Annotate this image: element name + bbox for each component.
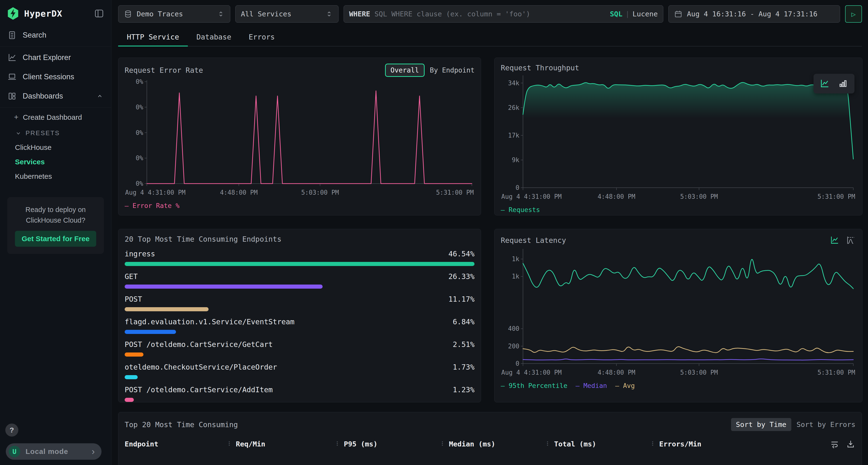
endpoint-bar-item[interactable]: ingress46.54%: [125, 250, 474, 266]
y-tick-label: 34k: [508, 79, 519, 87]
sidebar-item-label: Dashboards: [23, 92, 63, 100]
sidebar-item-chart-explorer[interactable]: Chart Explorer: [0, 48, 111, 67]
presets-toggle[interactable]: PRESETS: [0, 126, 111, 140]
time-range-picker[interactable]: Aug 4 16:31:16 - Aug 4 17:31:16: [669, 5, 840, 23]
by-endpoint-toggle-button[interactable]: By Endpoint: [430, 66, 474, 74]
sidebar-item-kubernetes[interactable]: Kubernetes: [0, 169, 111, 184]
endpoint-bar-item[interactable]: POST /oteldemo.CartService/AddItem1.23%: [125, 386, 474, 402]
endpoint-bar: [125, 307, 474, 311]
lucene-mode-toggle[interactable]: Lucene: [632, 10, 658, 18]
get-started-button[interactable]: Get Started for Free: [15, 231, 96, 247]
sidebar-divider: [0, 107, 111, 107]
help-button[interactable]: ?: [5, 424, 18, 437]
chevron-updown-icon: [325, 10, 333, 18]
table-cell: 639.4: [228, 464, 336, 465]
mode-separator: |: [625, 10, 629, 18]
line-chart-toggle-icon[interactable]: [830, 235, 840, 245]
column-grip-icon: ⠇: [546, 440, 551, 447]
sidebar-item-client-sessions[interactable]: Client Sessions: [0, 67, 111, 87]
where-search-box[interactable]: WHERE SQL | Lucene: [344, 5, 663, 23]
panel-title: Top 20 Most Time Consuming: [125, 421, 238, 429]
overall-toggle-button[interactable]: Overall: [385, 64, 425, 77]
x-tick-label: 5:03:00 PM: [301, 189, 339, 196]
text-wrap-icon[interactable]: [830, 439, 840, 449]
tab-errors[interactable]: Errors: [240, 29, 283, 46]
promo-line1: Ready to deploy on: [13, 204, 98, 215]
sidebar-item-clickhouse[interactable]: ClickHouse: [0, 140, 111, 155]
x-tick-label: 5:03:00 PM: [680, 193, 718, 200]
x-tick-label: 4:48:00 PM: [597, 369, 635, 376]
laptop-icon: [7, 72, 17, 82]
endpoint-percentage: 1.23%: [453, 386, 474, 394]
y-tick-label: 0%: [136, 104, 144, 111]
source-select[interactable]: Demo Traces: [118, 5, 230, 23]
column-header-Total (ms)[interactable]: ⠇Total (ms): [546, 440, 651, 448]
latency-chart[interactable]: 1k1k4002000Aug 4 4:31:00 PM4:48:00 PM5:0…: [501, 247, 856, 380]
series-Median: [523, 359, 853, 360]
histogram-toggle-icon[interactable]: [845, 235, 856, 245]
topbar: Demo Traces All Services WHERE SQL | Luc…: [118, 5, 862, 23]
endpoint-percentage: 26.33%: [448, 272, 474, 281]
y-tick-label: 0%: [136, 129, 144, 136]
app-root: HyperDX Search Chart Explorer Client Ses…: [0, 0, 868, 465]
sort-by-time-button[interactable]: Sort by Time: [731, 418, 791, 431]
endpoint-percentage: 2.51%: [453, 340, 474, 348]
throughput-chart[interactable]: 34k26k17k9k0Aug 4 4:31:00 PM4:48:00 PM5:…: [501, 73, 856, 204]
service-select-value: All Services: [241, 10, 325, 18]
endpoint-percentage: 11.17%: [448, 295, 474, 303]
clickhouse-cloud-promo: Ready to deploy on ClickHouse Cloud? Get…: [7, 197, 104, 254]
table-cell: 0: [651, 464, 723, 465]
column-header-P95 (ms)[interactable]: ⠇P95 (ms): [336, 440, 441, 448]
y-tick-label: 0%: [136, 155, 144, 162]
run-query-button[interactable]: ▷: [845, 5, 862, 23]
error-rate-chart[interactable]: 0%0%0%0%0%Aug 4 4:31:00 PM4:48:00 PM5:03…: [125, 78, 474, 200]
column-header-Errors/Min[interactable]: ⠇Errors/Min: [651, 440, 723, 448]
tab-http-service[interactable]: HTTP Service: [118, 29, 188, 46]
sidebar-collapse-icon[interactable]: [94, 8, 104, 19]
x-tick-label: 5:31:00 PM: [436, 189, 474, 196]
tab-database[interactable]: Database: [188, 29, 240, 46]
sidebar-divider: [0, 46, 111, 46]
bar-chart-toggle-icon[interactable]: [838, 78, 849, 89]
dashboard-tabs: HTTP Service Database Errors: [118, 29, 862, 46]
search-input[interactable]: [374, 10, 610, 18]
download-icon[interactable]: [846, 439, 856, 449]
endpoint-bar-item[interactable]: POST /oteldemo.CartService/GetCart2.51%: [125, 340, 474, 357]
dashboards-icon: [7, 91, 17, 101]
service-select[interactable]: All Services: [235, 5, 339, 23]
endpoint-bar-item[interactable]: oteldemo.CheckoutService/PlaceOrder1.73%: [125, 363, 474, 379]
sidebar-item-dashboards[interactable]: Dashboards: [0, 87, 111, 106]
sort-by-errors-button[interactable]: Sort by Errors: [797, 421, 856, 429]
chart-type-toggle: [813, 74, 855, 94]
y-tick-label: 0%: [136, 180, 144, 187]
sql-mode-toggle[interactable]: SQL: [610, 10, 622, 18]
brand-title: HyperDX: [24, 9, 94, 19]
logo-row: HyperDX: [0, 0, 111, 26]
local-mode-button[interactable]: U Local mode ›: [6, 443, 101, 460]
y-tick-label: 0: [516, 360, 519, 367]
line-chart-toggle-icon[interactable]: [819, 78, 830, 89]
endpoint-bar: [125, 353, 474, 357]
column-header-Req/Min[interactable]: ⠇Req/Min: [228, 440, 336, 448]
x-tick-label: 4:48:00 PM: [220, 189, 258, 196]
panel-title: Request Latency: [501, 236, 566, 244]
sidebar-item-services[interactable]: Services: [0, 155, 111, 169]
line-chart-icon: [7, 53, 17, 62]
column-label: Total (ms): [554, 440, 596, 448]
legend-item: — Avg: [615, 382, 634, 389]
y-tick-label: 26k: [508, 104, 519, 111]
y-tick-label: 1k: [512, 255, 520, 263]
column-header-Endpoint[interactable]: Endpoint: [125, 440, 228, 448]
sidebar-item-label: Client Sessions: [23, 72, 74, 81]
table-row[interactable]: /oteldemo.RecommendationServ639.4166.119…: [125, 464, 856, 465]
sidebar-item-search[interactable]: Search: [0, 26, 111, 45]
create-dashboard-button[interactable]: + Create Dashboard: [0, 109, 111, 126]
column-header-Median (ms)[interactable]: ⠇Median (ms): [441, 440, 546, 448]
endpoint-bar-item[interactable]: flagd.evaluation.v1.Service/EventStream6…: [125, 318, 474, 334]
column-grip-icon: ⠇: [336, 440, 340, 447]
play-icon: ▷: [851, 10, 856, 18]
endpoint-bar-item[interactable]: POST11.17%: [125, 295, 474, 311]
x-tick-label: Aug 4 4:31:00 PM: [501, 193, 562, 200]
endpoint-bar-item[interactable]: GET26.33%: [125, 272, 474, 289]
endpoint-bar: [125, 285, 474, 289]
